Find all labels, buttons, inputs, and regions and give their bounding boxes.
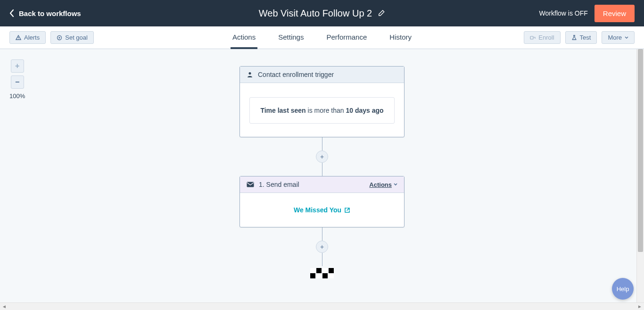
horizontal-scrollbar[interactable]: ◄ ► xyxy=(0,302,644,310)
subbar-left: Alerts Set goal xyxy=(9,31,94,44)
enroll-icon xyxy=(530,35,536,41)
email-icon xyxy=(247,182,254,187)
more-label: More xyxy=(608,34,622,41)
back-to-workflows-link[interactable]: Back to workflows xyxy=(9,9,81,17)
workflow-title-wrap: Web Visit Auto Follow Up 2 xyxy=(259,8,386,19)
zoom-in-button[interactable]: + xyxy=(11,59,24,73)
more-button[interactable]: More xyxy=(602,31,635,44)
connector-line xyxy=(322,227,322,241)
workflow-flow: Contact enrollment trigger Time last see… xyxy=(239,49,405,278)
enroll-button[interactable]: Enroll xyxy=(524,31,560,44)
set-goal-label: Set goal xyxy=(65,34,88,41)
connector-line xyxy=(322,137,322,151)
back-label: Back to workflows xyxy=(19,9,81,17)
scroll-left-arrow[interactable]: ◄ xyxy=(1,303,8,310)
workflow-title: Web Visit Auto Follow Up 2 xyxy=(259,8,372,19)
workflow-status: Workflow is OFF xyxy=(539,9,588,17)
sub-toolbar: Alerts Set goal Actions Settings Perform… xyxy=(0,26,644,49)
send-email-card[interactable]: 1. Send email Actions We Missed You xyxy=(239,176,405,227)
caret-down-icon xyxy=(625,36,628,39)
trigger-condition[interactable]: Time last seen is more than 10 days ago xyxy=(249,97,395,124)
contact-icon xyxy=(247,71,253,78)
card-actions-dropdown[interactable]: Actions xyxy=(369,181,397,188)
flask-icon xyxy=(571,35,577,41)
target-icon xyxy=(57,35,62,41)
svg-point-1 xyxy=(18,38,18,39)
alerts-label: Alerts xyxy=(24,34,40,41)
edit-title-button[interactable] xyxy=(378,9,385,18)
trigger-operator: is more than xyxy=(306,107,346,114)
trigger-property: Time last seen xyxy=(260,107,305,114)
test-label: Test xyxy=(580,34,591,41)
svg-rect-4 xyxy=(530,36,533,39)
scroll-right-arrow[interactable]: ► xyxy=(636,303,643,310)
send-email-header-label: 1. Send email xyxy=(259,181,299,188)
caret-down-icon xyxy=(394,183,397,186)
workflow-end-marker xyxy=(310,273,334,278)
zoom-out-button[interactable]: − xyxy=(11,75,24,89)
zoom-percent: 100% xyxy=(9,92,25,100)
tab-settings[interactable]: Settings xyxy=(276,26,305,49)
card-actions-label: Actions xyxy=(369,181,392,188)
email-template-link[interactable]: We Missed You xyxy=(294,206,350,214)
workflow-canvas[interactable]: + − 100% Contact enrollment trigger Time… xyxy=(0,49,644,310)
test-button[interactable]: Test xyxy=(565,31,597,44)
email-template-name: We Missed You xyxy=(294,206,341,214)
alerts-button[interactable]: Alerts xyxy=(9,31,46,44)
alert-icon xyxy=(16,35,21,41)
top-bar: Back to workflows Web Visit Auto Follow … xyxy=(0,0,644,26)
svg-point-3 xyxy=(59,37,60,38)
tab-strip: Actions Settings Performance History xyxy=(231,26,413,49)
external-link-icon xyxy=(344,207,350,213)
tab-performance[interactable]: Performance xyxy=(324,26,369,49)
subbar-right: Enroll Test More xyxy=(524,31,635,44)
review-button[interactable]: Review xyxy=(594,5,635,22)
enroll-label: Enroll xyxy=(538,34,554,41)
send-email-body: We Missed You xyxy=(240,193,404,227)
tab-history[interactable]: History xyxy=(388,26,413,49)
svg-rect-6 xyxy=(247,182,254,187)
workflow-end-marker xyxy=(310,268,334,273)
tab-actions[interactable]: Actions xyxy=(231,26,257,49)
pencil-icon xyxy=(378,9,385,17)
send-email-header: 1. Send email Actions xyxy=(240,176,404,193)
chevron-left-icon xyxy=(9,9,14,17)
help-label: Help xyxy=(617,285,629,293)
set-goal-button[interactable]: Set goal xyxy=(50,31,94,44)
connector-line xyxy=(322,163,322,176)
trigger-card-header: Contact enrollment trigger xyxy=(240,67,404,83)
help-button[interactable]: Help xyxy=(612,278,634,300)
zoom-controls: + − 100% xyxy=(9,59,25,100)
add-action-button[interactable]: + xyxy=(316,151,328,163)
connector-line xyxy=(322,253,322,266)
top-right-controls: Workflow is OFF Review xyxy=(539,5,635,22)
enrollment-trigger-card[interactable]: Contact enrollment trigger Time last see… xyxy=(239,66,405,137)
trigger-header-label: Contact enrollment trigger xyxy=(258,71,334,78)
trigger-value: 10 days ago xyxy=(346,107,383,114)
add-action-button[interactable]: + xyxy=(316,241,328,253)
trigger-card-body: Time last seen is more than 10 days ago xyxy=(240,83,404,137)
vertical-scrollbar[interactable] xyxy=(636,49,644,302)
svg-point-5 xyxy=(249,72,251,75)
